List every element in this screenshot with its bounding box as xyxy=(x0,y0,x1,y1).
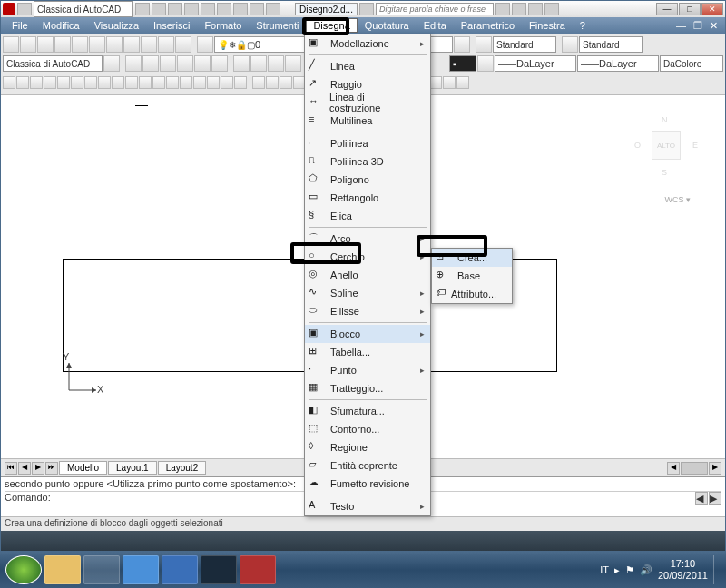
hscroll-left-icon[interactable]: ◀ xyxy=(667,462,680,475)
linetype-combo[interactable]: —— DaLayer xyxy=(495,55,576,72)
close-button[interactable]: ✕ xyxy=(701,3,723,15)
tool-icon[interactable] xyxy=(54,36,71,53)
text-icon[interactable] xyxy=(476,36,492,53)
mi-elica[interactable]: §Elica xyxy=(305,207,430,225)
tool-icon[interactable] xyxy=(89,36,105,53)
search-input[interactable] xyxy=(376,3,494,15)
tab-nav-next-icon[interactable]: ▶ xyxy=(32,462,44,475)
draw-ellipse-icon[interactable] xyxy=(112,76,124,89)
infocenter-icon[interactable] xyxy=(528,3,543,15)
qat-dropdown-icon[interactable] xyxy=(266,3,280,15)
menu-formato[interactable]: Formato xyxy=(197,18,249,33)
tab-nav-last-icon[interactable]: ⏭ xyxy=(45,462,58,475)
menu-finestra[interactable]: Finestra xyxy=(522,18,573,33)
mi-spline[interactable]: ∿Spline xyxy=(305,284,430,302)
tool-icon[interactable] xyxy=(194,55,211,72)
modify-explode-icon[interactable] xyxy=(456,76,469,89)
viewcube-west[interactable]: O xyxy=(634,141,641,150)
task-app-icon[interactable] xyxy=(83,555,120,584)
mi-linea[interactable]: ╱Linea xyxy=(305,57,430,75)
workspace-combo[interactable]: Classica di AutoCAD xyxy=(34,1,133,17)
viewcube-south[interactable]: S xyxy=(662,168,667,177)
mi-linea-costruzione[interactable]: ↔Linea di costruzione xyxy=(305,93,430,112)
menu-help[interactable]: ? xyxy=(573,18,593,33)
tool-icon[interactable] xyxy=(285,55,301,72)
qat-print-icon[interactable] xyxy=(201,3,215,15)
modify-erase-icon[interactable] xyxy=(252,76,265,89)
status-toggles-bar[interactable] xyxy=(1,531,725,551)
draw-spline-icon[interactable] xyxy=(98,76,111,89)
mdi-minimize-icon[interactable]: — xyxy=(672,18,690,34)
modify-fillet-icon[interactable] xyxy=(443,76,456,89)
draw-arc-icon[interactable] xyxy=(71,76,83,89)
modify-chamfer-icon[interactable] xyxy=(429,76,442,89)
tab-nav-first-icon[interactable]: ⏮ xyxy=(5,462,17,475)
draw-point-icon[interactable] xyxy=(193,76,206,89)
viewcube[interactable]: ALTO N E O S xyxy=(634,113,698,177)
menu-visualizza[interactable]: Visualizza xyxy=(87,18,146,33)
tool-icon[interactable] xyxy=(37,36,54,53)
tray-volume-icon[interactable]: 🔊 xyxy=(640,564,652,576)
qat-save-icon[interactable] xyxy=(152,3,166,15)
menu-modifica[interactable]: Modifica xyxy=(35,18,87,33)
mi-base[interactable]: ⊕Base xyxy=(432,267,512,285)
modify-mirror-icon[interactable] xyxy=(280,76,292,89)
tab-layout1[interactable]: Layout1 xyxy=(108,461,157,475)
hscroll-thumb[interactable] xyxy=(681,462,708,475)
menu-file[interactable]: File xyxy=(5,18,35,33)
draw-mtext-icon[interactable] xyxy=(180,76,192,89)
mi-tabella[interactable]: ⊞Tabella... xyxy=(305,343,430,361)
tray-clock[interactable]: 17:10 20/09/2011 xyxy=(658,558,708,582)
mi-multilinea[interactable]: ≡Multilinea xyxy=(305,112,430,130)
tool-icon[interactable] xyxy=(20,36,36,53)
tool-icon[interactable] xyxy=(123,36,140,53)
draw-xline-icon[interactable] xyxy=(16,76,29,89)
tool-icon[interactable] xyxy=(125,55,142,72)
task-autocad-icon[interactable] xyxy=(240,555,276,584)
task-explorer-icon[interactable] xyxy=(44,555,81,584)
mi-raggio[interactable]: ↗Raggio xyxy=(305,75,430,93)
draw-region-icon[interactable] xyxy=(139,76,152,89)
tool-icon[interactable] xyxy=(207,76,220,89)
help-icon[interactable] xyxy=(544,3,559,15)
task-photoshop-icon[interactable] xyxy=(201,555,237,584)
mi-entita-coprente[interactable]: ▱Entità coprente xyxy=(305,456,430,475)
mi-ellisse[interactable]: ⬭Ellisse xyxy=(305,302,430,320)
mi-polilinea[interactable]: ⌐Polilinea xyxy=(305,134,430,152)
draw-line-icon[interactable] xyxy=(3,76,15,89)
tool-icon[interactable] xyxy=(106,36,123,53)
tool-icon[interactable] xyxy=(268,55,284,72)
qat-new-icon[interactable] xyxy=(17,3,32,15)
draw-table-icon[interactable] xyxy=(152,76,165,89)
draw-pline-icon[interactable] xyxy=(30,76,43,89)
start-button[interactable] xyxy=(5,555,42,584)
hscroll-right-icon[interactable]: ▶ xyxy=(709,462,721,475)
mi-tratteggio[interactable]: ▦Tratteggio... xyxy=(305,379,430,397)
tool-icon[interactable] xyxy=(72,36,88,53)
tray-action-icon[interactable]: ⚑ xyxy=(625,564,634,576)
infocenter-icon[interactable] xyxy=(495,3,510,15)
tablestyle-combo[interactable]: Standard xyxy=(579,36,643,53)
show-desktop-button[interactable] xyxy=(713,555,721,584)
tool-icon[interactable] xyxy=(141,36,157,53)
mi-testo[interactable]: ATesto xyxy=(305,497,430,515)
menu-inserisci[interactable]: Inserisci xyxy=(146,18,197,33)
tool-icon[interactable] xyxy=(3,36,19,53)
tool-icon[interactable] xyxy=(158,36,174,53)
mi-attributo[interactable]: 🏷Attributo... xyxy=(432,285,512,303)
minimize-button[interactable]: — xyxy=(656,3,678,15)
mi-anello[interactable]: ◎Anello xyxy=(305,266,430,284)
table-icon[interactable] xyxy=(562,36,578,53)
tray-lang[interactable]: IT xyxy=(600,564,609,575)
viewcube-face[interactable]: ALTO xyxy=(652,131,681,160)
file-tab[interactable]: Disegno2.d... xyxy=(295,3,358,15)
qat-btn[interactable] xyxy=(217,3,231,15)
draw-polygon-icon[interactable] xyxy=(44,76,56,89)
tab-model[interactable]: Modello xyxy=(59,461,107,475)
task-ie-icon[interactable] xyxy=(123,555,159,584)
tool-icon[interactable] xyxy=(175,36,191,53)
mi-crea[interactable]: ⊡Crea... xyxy=(432,249,512,267)
tool-icon[interactable] xyxy=(103,55,120,72)
mi-arco[interactable]: ⌒Arco xyxy=(305,230,430,248)
modify-copy-icon[interactable] xyxy=(266,76,279,89)
